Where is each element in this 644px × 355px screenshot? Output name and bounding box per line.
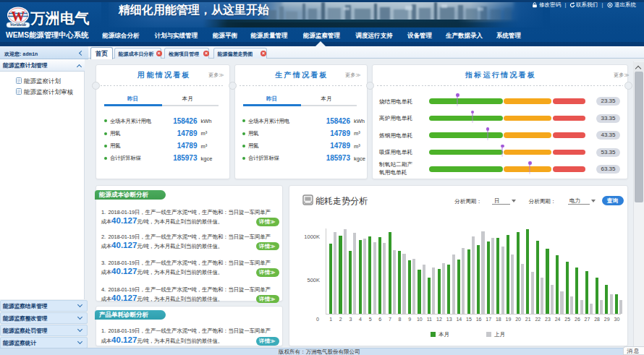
svg-text:W: W — [12, 9, 25, 24]
svg-text:Worldwide: Worldwide — [10, 22, 27, 27]
